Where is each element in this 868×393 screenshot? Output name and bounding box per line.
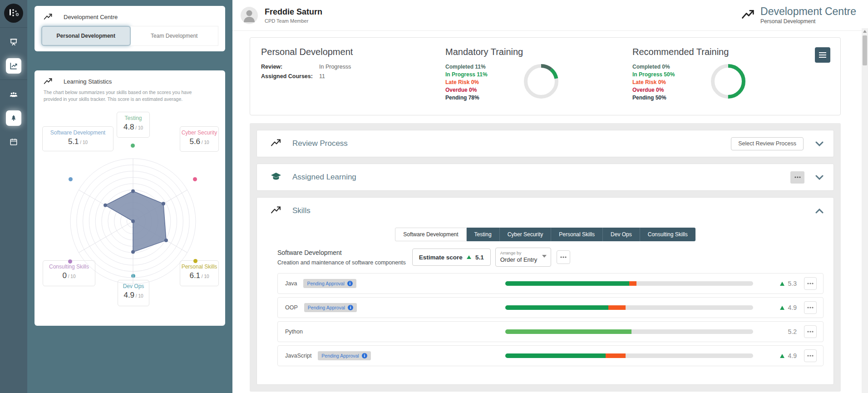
- skill-score-value: 5.3: [788, 280, 797, 287]
- training-stat: In Progress 11%: [445, 71, 517, 78]
- skill-score-value: 4.9: [788, 304, 797, 311]
- dev-centre-tabs: Personal Development Team Development: [41, 26, 218, 46]
- sections-container: Review Process Select Review Process: [250, 123, 841, 392]
- user-role: CPD Team Member: [265, 18, 322, 24]
- arrange-by-value: Order of Entry: [500, 256, 538, 263]
- skills-tab-bar: Software DevelopmentTestingCyber Securit…: [257, 228, 833, 241]
- training-stat: Overdue 0%: [632, 87, 704, 93]
- skills-tab-dev-ops[interactable]: Dev Ops: [603, 228, 640, 241]
- chevron-down-icon[interactable]: [815, 141, 824, 146]
- avatar[interactable]: [241, 7, 258, 24]
- skills-tab-software-development[interactable]: Software Development: [395, 228, 466, 241]
- overview-card: Personal Development Review:In Progresss…: [250, 37, 841, 115]
- trending-up-icon: [271, 139, 281, 149]
- radar-plot: [67, 155, 199, 287]
- progress-green-segment: [505, 329, 631, 334]
- trend-up-icon: [780, 354, 784, 358]
- pending-approval-badge[interactable]: Pending Approvali: [303, 279, 356, 288]
- skill-rows: JavaPending Approvali5.3OOPPending Appro…: [257, 273, 833, 366]
- logo-icon: [4, 4, 23, 23]
- skills-section-header: Skills: [257, 198, 833, 224]
- skill-name: Java: [285, 280, 297, 287]
- training-block-mandatory-training: Mandatory TrainingCompleted 11%In Progre…: [445, 47, 632, 103]
- development-centre-widget: Development Centre Personal Development …: [35, 6, 225, 51]
- sidebar-divider: [0, 27, 27, 28]
- skill-group-header: Software Development Creation and mainte…: [257, 248, 833, 267]
- info-icon: i: [347, 281, 353, 286]
- training-stat: Completed 11%: [445, 64, 517, 70]
- widget-header: Development Centre: [41, 11, 218, 20]
- skill-name: JavaScript: [285, 353, 311, 359]
- skills-tab-personal-skills[interactable]: Personal Skills: [551, 228, 603, 241]
- radar-skill-max: / 10: [200, 274, 209, 279]
- personal-development-summary: Personal Development Review:In Progresss…: [261, 47, 445, 103]
- training-body: Completed 11%In Progress 11%Late Risk 0%…: [445, 64, 632, 102]
- widget-header: Learning Statistics: [41, 76, 218, 85]
- radar-skill-max: / 10: [79, 140, 88, 145]
- scroll-up-arrow-icon[interactable]: [863, 30, 867, 33]
- training-body: Completed 0%In Progress 50%Late Risk 0%O…: [632, 64, 819, 102]
- presentation-icon[interactable]: [6, 35, 21, 50]
- page-subtitle: Personal Development: [760, 18, 856, 25]
- trend-up-icon: [467, 255, 471, 259]
- pending-approval-badge[interactable]: Pending Approvali: [318, 351, 370, 360]
- estimate-score-label: Estimate score: [419, 254, 463, 261]
- progress-orange-segment: [606, 353, 626, 358]
- tree-icon[interactable]: [6, 110, 21, 126]
- training-stat: Pending 78%: [445, 95, 517, 101]
- skill-options-button[interactable]: [804, 325, 817, 338]
- widget-title: Development Centre: [64, 14, 118, 20]
- training-title: Mandatory Training: [445, 47, 632, 57]
- skill-progress-bar: [505, 305, 753, 310]
- skill-row-python: Python5.2: [277, 321, 824, 342]
- radar-skill-max: / 10: [134, 294, 143, 298]
- training-stat: In Progress 50%: [632, 71, 704, 78]
- skill-options-button[interactable]: [804, 277, 817, 290]
- app-root: Development Centre Personal Development …: [0, 0, 868, 393]
- training-stats: Completed 11%In Progress 11%Late Risk 0%…: [445, 64, 517, 102]
- radar-point-testing: [131, 144, 135, 148]
- summary-label: Assigned Courses:: [261, 73, 319, 80]
- trending-up-icon: [44, 78, 53, 85]
- summary-rows: Review:In ProgresssAssigned Courses:11: [261, 64, 445, 80]
- radar-skill-card-cyber-security: Cyber Security5.6 / 10: [180, 126, 219, 152]
- arrange-by-dropdown[interactable]: Arrange by Order of Entry: [495, 248, 552, 267]
- skill-progress-bar: [505, 353, 753, 358]
- skills-tab-cyber-security[interactable]: Cyber Security: [500, 228, 552, 241]
- radar-skill-score: 4.9 / 10: [119, 291, 148, 300]
- tab-personal-development[interactable]: Personal Development: [41, 26, 131, 46]
- pending-approval-badge[interactable]: Pending Approvali: [304, 303, 357, 312]
- menu-button[interactable]: [815, 47, 830, 63]
- calendar-icon[interactable]: [6, 134, 21, 149]
- user-info: Freddie Saturn CPD Team Member: [265, 7, 322, 24]
- skill-score: 4.9: [760, 304, 797, 311]
- radar-skill-max: / 10: [134, 125, 143, 130]
- summary-title: Personal Development: [261, 47, 445, 57]
- skills-tab-testing[interactable]: Testing: [467, 228, 500, 241]
- progress-green-segment: [505, 281, 629, 286]
- users-icon[interactable]: [6, 87, 21, 102]
- skill-options-button[interactable]: [804, 301, 817, 314]
- skill-group-options-button[interactable]: [557, 250, 570, 264]
- user-name: Freddie Saturn: [265, 7, 322, 17]
- section-title: Skills: [292, 206, 311, 215]
- select-review-process-button[interactable]: Select Review Process: [731, 137, 804, 150]
- info-icon: i: [362, 353, 367, 358]
- chevron-down-icon[interactable]: [815, 175, 824, 180]
- skill-score-value: 4.9: [788, 352, 797, 359]
- skills-tab-consulting-skills[interactable]: Consulting Skills: [640, 228, 695, 241]
- scrollbar-thumb[interactable]: [863, 35, 867, 65]
- skill-options-button[interactable]: [804, 349, 817, 362]
- summary-label: Review:: [261, 64, 319, 70]
- skills-section: Skills Software DevelopmentTestingCyber …: [256, 197, 834, 385]
- skill-group-title: Software Development: [277, 249, 406, 256]
- page-header: Freddie Saturn CPD Team Member Developme…: [232, 0, 868, 31]
- training-stat: Completed 0%: [632, 64, 704, 70]
- tab-team-development[interactable]: Team Development: [131, 26, 219, 46]
- analytics-icon[interactable]: [6, 58, 21, 74]
- assigned-learning-section: Assigned Learning: [256, 164, 834, 191]
- scrollbar[interactable]: [862, 28, 868, 393]
- app-logo[interactable]: [4, 4, 23, 23]
- chevron-up-icon[interactable]: [815, 209, 824, 214]
- assigned-learning-options-button[interactable]: [790, 171, 804, 184]
